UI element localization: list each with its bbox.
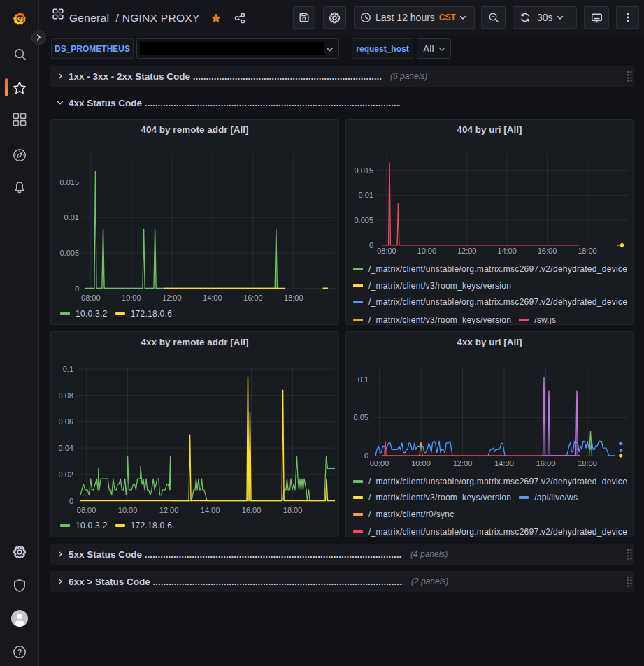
svg-text:08:00: 08:00 (81, 294, 101, 302)
svg-text:18:00: 18:00 (283, 506, 303, 514)
svg-text:18:00: 18:00 (284, 294, 303, 302)
svg-text:08:00: 08:00 (370, 459, 389, 468)
svg-text:0: 0 (75, 284, 79, 293)
svg-text:12:00: 12:00 (457, 247, 477, 255)
svg-text:10:00: 10:00 (118, 506, 138, 514)
svg-text:14:00: 14:00 (201, 506, 220, 514)
svg-text:16:00: 16:00 (242, 506, 262, 514)
svg-text:08:00: 08:00 (377, 247, 396, 255)
svg-text:0.015: 0.015 (59, 178, 79, 187)
svg-text:0.01: 0.01 (64, 213, 79, 222)
svg-text:0.005: 0.005 (354, 216, 373, 224)
svg-text:18:00: 18:00 (578, 459, 597, 468)
svg-text:12:00: 12:00 (162, 294, 182, 302)
svg-text:10:00: 10:00 (411, 459, 431, 468)
svg-text:0.06: 0.06 (59, 417, 73, 426)
svg-text:08:00: 08:00 (77, 506, 96, 514)
svg-text:0: 0 (369, 241, 373, 249)
svg-text:16:00: 16:00 (536, 459, 556, 468)
svg-text:0: 0 (69, 497, 73, 505)
svg-text:16:00: 16:00 (243, 294, 263, 302)
svg-text:14:00: 14:00 (497, 247, 517, 255)
svg-text:16:00: 16:00 (538, 247, 557, 255)
svg-text:12:00: 12:00 (453, 459, 473, 468)
svg-text:0.08: 0.08 (59, 391, 73, 400)
svg-text:0.1: 0.1 (358, 375, 368, 384)
svg-text:?: ? (17, 648, 22, 656)
svg-text:0.005: 0.005 (59, 249, 79, 257)
svg-text:0.05: 0.05 (354, 413, 368, 421)
svg-text:18:00: 18:00 (578, 247, 597, 255)
svg-text:0.015: 0.015 (354, 166, 373, 175)
svg-text:0.04: 0.04 (59, 444, 73, 452)
svg-text:0.01: 0.01 (359, 191, 373, 199)
svg-text:0: 0 (364, 451, 368, 460)
svg-text:12:00: 12:00 (159, 506, 179, 514)
svg-text:10:00: 10:00 (417, 247, 437, 255)
svg-text:10:00: 10:00 (122, 294, 141, 302)
svg-text:14:00: 14:00 (203, 294, 222, 302)
svg-text:0.02: 0.02 (59, 470, 73, 479)
svg-text:0.1: 0.1 (63, 365, 73, 373)
svg-text:14:00: 14:00 (494, 459, 514, 468)
